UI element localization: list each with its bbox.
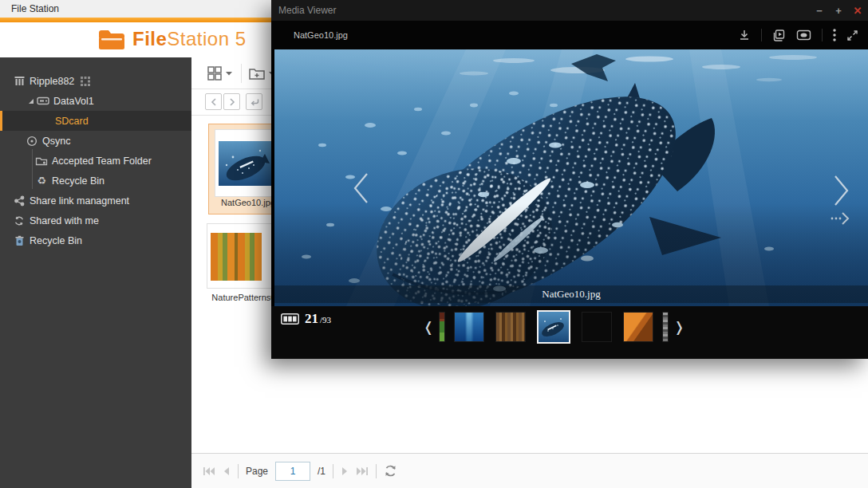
view-mode-button[interactable] (206, 65, 233, 82)
strip-thumb-landscape[interactable] (582, 312, 612, 342)
close-icon[interactable]: ✕ (852, 5, 863, 17)
media-viewer-window: Media Viewer − + ✕ NatGeo10.jpg (271, 0, 868, 359)
expander-icon[interactable] (27, 97, 35, 105)
strip-thumb-partial-left[interactable] (439, 312, 445, 342)
thumbnail-strip: ❬ ❭ (421, 310, 687, 344)
sidebar: Ripple882 DataVol1 SDcard Qsync A (0, 57, 191, 488)
sidebar-item-label: DataVol1 (53, 96, 94, 107)
strip-thumb-bark[interactable] (495, 312, 526, 342)
minimize-icon[interactable]: − (814, 5, 825, 17)
sidebar-item-label: Share link managment (30, 195, 129, 207)
page-total-label: /1 (318, 466, 326, 477)
sidebar-item-recycle-bin[interactable]: Recycle Bin (0, 230, 191, 250)
counter-total: /93 (320, 315, 331, 325)
volume-icon (37, 95, 49, 108)
download-icon (738, 29, 751, 41)
natgeo10-thumbnail (219, 141, 279, 186)
grid-dots-icon (79, 75, 92, 88)
return-icon (250, 97, 259, 107)
forward-button[interactable] (223, 93, 240, 110)
team-folder-icon (35, 155, 48, 167)
sidebar-item-label: Recycle Bin (30, 235, 82, 246)
maximize-icon[interactable]: + (833, 5, 844, 17)
strip-thumb-dune[interactable] (623, 312, 653, 342)
sidebar-item-label: SDcard (55, 116, 89, 127)
first-page-icon[interactable] (203, 466, 215, 476)
download-button[interactable] (738, 29, 751, 41)
prev-page-icon[interactable] (223, 466, 231, 476)
sidebar-item-label: Recycle Bin (52, 175, 105, 187)
slideshow-icon (772, 29, 786, 42)
slideshow-button[interactable] (772, 29, 786, 42)
file-station-app: File Station FileStation 5 Ripple882 D (0, 0, 868, 488)
media-viewer-toolbar: NatGeo10.jpg (271, 21, 868, 49)
recycle-icon: ♻ (35, 175, 48, 187)
strip-thumb-whale-selected[interactable] (537, 310, 570, 344)
qsync-icon (26, 135, 38, 148)
media-viewer-titlebar[interactable]: Media Viewer − + ✕ (271, 0, 868, 21)
strip-next-arrow[interactable]: ❭ (673, 319, 685, 335)
app-logo: FileStation 5 (132, 28, 247, 50)
fullscreen-icon (846, 30, 858, 41)
back-button[interactable] (205, 93, 222, 110)
sidebar-item-label: Shared with me (30, 215, 99, 226)
window-title: File Station (11, 3, 59, 14)
toolbar-separator (761, 29, 762, 41)
sidebar-item-label: Qsync (42, 136, 70, 147)
skip-forward-arrow[interactable] (830, 211, 850, 226)
pagination-separator (376, 464, 377, 478)
toolbar-separator (822, 29, 823, 41)
strip-prev-arrow[interactable]: ❬ (423, 319, 434, 335)
viewer-filename: NatGeo10.jpg (294, 30, 348, 40)
sidebar-item-label: Ripple882 (30, 76, 74, 87)
filmstrip-icon (281, 313, 299, 325)
pagination-separator (333, 464, 333, 478)
cast-icon (796, 30, 811, 41)
sidebar-item-label: Accepted Team Folder (52, 155, 152, 167)
sidebar-item-sdcard[interactable]: SDcard (0, 111, 191, 131)
new-folder-icon (248, 66, 266, 81)
sidebar-item-shared-with-me[interactable]: Shared with me (0, 211, 191, 230)
viewer-stage: NatGeo10.jpg (271, 49, 868, 306)
next-image-arrow[interactable] (833, 174, 850, 207)
pagination-bar: Page /1 (191, 453, 868, 488)
nas-server-icon (13, 75, 26, 88)
forward-icon (229, 98, 235, 106)
folder-logo-icon (97, 29, 126, 51)
last-page-icon[interactable] (356, 466, 369, 476)
trash-icon (13, 234, 26, 247)
viewer-control-strip: 21 /93 ❬ (271, 306, 868, 359)
go-up-button[interactable] (246, 93, 262, 110)
page-label: Page (246, 466, 268, 477)
caret-down-icon (226, 71, 232, 76)
sidebar-item-nas[interactable]: Ripple882 (0, 71, 191, 91)
page-number-input[interactable] (275, 462, 310, 481)
sidebar-item-datavol1[interactable]: DataVol1 (0, 91, 191, 111)
naturepatterns-thumbnail (211, 233, 262, 281)
cast-button[interactable] (796, 30, 811, 41)
sidebar-item-qsync[interactable]: Qsync (0, 131, 191, 151)
image-counter: 21 /93 (281, 311, 331, 327)
media-viewer-title: Media Viewer (278, 5, 336, 16)
next-page-icon[interactable] (341, 466, 349, 476)
counter-current: 21 (305, 311, 318, 327)
shared-with-me-icon (13, 214, 26, 227)
toolbar-separator (241, 64, 242, 83)
strip-thumb-partial-right[interactable] (662, 312, 669, 342)
pagination-separator (238, 464, 239, 478)
fullscreen-button[interactable] (846, 30, 858, 41)
more-options-button[interactable] (833, 29, 836, 41)
sidebar-item-qsync-recycle-bin[interactable]: ♻ Recycle Bin (0, 171, 191, 191)
sidebar-item-accepted-team-folder[interactable]: Accepted Team Folder (0, 151, 191, 171)
refresh-icon[interactable] (384, 464, 397, 478)
photo-caption: NatGeo10.jpg (542, 288, 600, 301)
strip-thumb-waterfall[interactable] (454, 312, 484, 342)
sidebar-item-share-link-managment[interactable]: Share link managment (0, 191, 191, 211)
kebab-icon (833, 29, 836, 41)
grid-view-icon (207, 65, 223, 81)
whale-thumb-art (539, 312, 569, 342)
photo-caption-band: NatGeo10.jpg (274, 285, 868, 303)
previous-image-arrow[interactable] (352, 171, 369, 205)
back-icon (211, 98, 217, 106)
share-link-icon (13, 195, 26, 207)
